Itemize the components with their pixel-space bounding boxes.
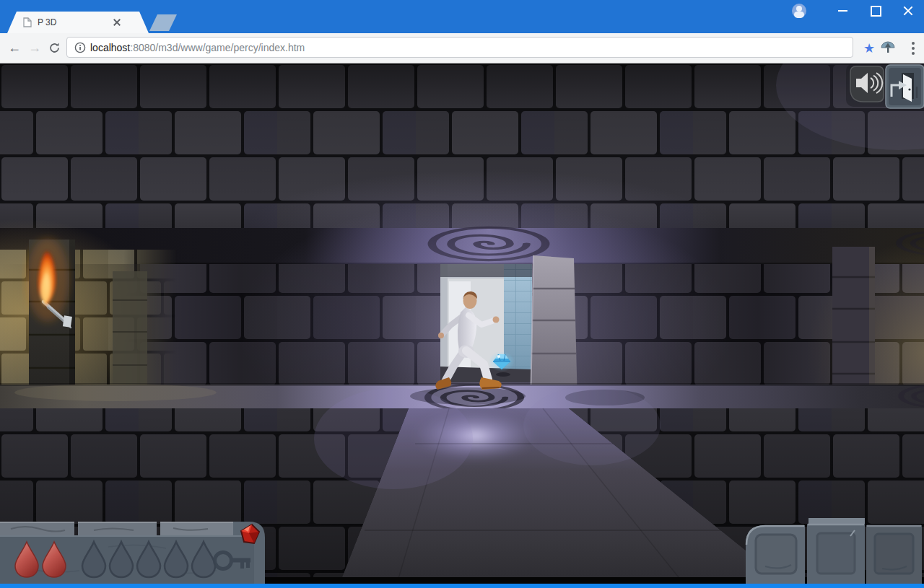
ledge-floor (0, 383, 924, 411)
reload-button[interactable] (44, 33, 64, 63)
bottom-blue-strip (0, 584, 924, 588)
game-scene (0, 63, 924, 588)
browser-window: P 3D ← → localhos (0, 0, 924, 588)
reload-icon (48, 42, 61, 54)
forward-button[interactable]: → (25, 33, 45, 63)
page-favicon-icon (23, 17, 32, 27)
door-right-jamb-pillar (531, 255, 578, 404)
inventory-slot[interactable] (807, 518, 865, 584)
new-tab-button[interactable] (149, 14, 177, 31)
right-corner-pillar (832, 247, 875, 404)
browser-titlebar: P 3D (0, 0, 924, 33)
game-top-buttons (846, 63, 924, 108)
browser-toolbar: ← → localhost:8080/m3d/www/game/percy/in… (0, 33, 924, 63)
sound-button[interactable] (850, 66, 884, 102)
extension-icon[interactable] (880, 40, 896, 58)
window-maximize-button[interactable] (859, 0, 892, 22)
browser-menu-icon[interactable] (907, 40, 920, 57)
inventory-slot[interactable] (746, 525, 805, 584)
game-viewport[interactable] (0, 63, 924, 588)
window-close-button[interactable] (892, 0, 924, 22)
hud-health-panel (0, 522, 265, 584)
bookmark-star-icon[interactable]: ★ (860, 33, 879, 63)
url-path: :8080/m3d/www/game/percy/index.htm (130, 42, 305, 53)
inventory-slot[interactable] (866, 525, 922, 584)
back-button[interactable]: ← (4, 33, 25, 63)
browser-tab[interactable]: P 3D (7, 12, 149, 33)
window-minimize-button[interactable] (827, 0, 859, 22)
tab-title: P 3D (38, 17, 56, 27)
tab-close-icon[interactable] (113, 18, 121, 27)
hud-inventory (746, 518, 922, 584)
site-info-icon[interactable] (74, 42, 86, 53)
profile-icon[interactable] (792, 4, 806, 18)
exit-button[interactable] (886, 65, 924, 108)
url-host: localhost (90, 42, 130, 53)
address-bar[interactable]: localhost:8080/m3d/www/game/percy/index.… (66, 37, 853, 58)
